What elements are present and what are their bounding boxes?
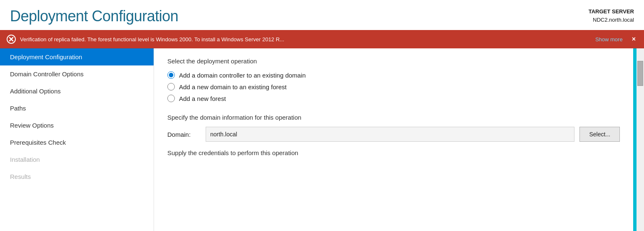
domain-input[interactable] [206,127,574,142]
radio-add-forest-label: Add a new forest [179,95,226,102]
radio-add-dc-label: Add a domain controller to an existing d… [179,72,306,79]
domain-label: Domain: [167,131,201,138]
sidebar-item-results: Results [0,168,154,185]
scrollbar-thumb[interactable] [637,61,643,86]
error-banner: Verification of replica failed. The fore… [0,30,644,48]
radio-add-forest-input[interactable] [167,95,175,102]
right-border [633,48,637,231]
page-title: Deployment Configuration [10,8,178,25]
sidebar-item-paths[interactable]: Paths [0,100,154,117]
sidebar-item-domain-controller-options[interactable]: Domain Controller Options [0,65,154,83]
select-button[interactable]: Select... [579,127,620,142]
scrollbar[interactable] [637,48,644,231]
target-server-label: TARGET SERVER [589,8,634,16]
select-operation-label: Select the deployment operation [167,58,620,65]
sidebar-item-deployment-configuration[interactable]: Deployment Configuration [0,48,154,65]
sidebar-item-prerequisites-check[interactable]: Prerequisites Check [0,134,154,151]
target-server-name: NDC2.north.local [593,17,634,23]
radio-add-domain[interactable]: Add a new domain to an existing forest [167,83,620,90]
sidebar-item-installation: Installation [0,151,154,168]
radio-add-dc-input[interactable] [167,71,175,79]
radio-add-domain-input[interactable] [167,83,175,90]
sidebar-item-review-options[interactable]: Review Options [0,117,154,134]
sidebar: Deployment ConfigurationDomain Controlle… [0,48,154,231]
error-close-button[interactable]: × [630,35,637,43]
sidebar-item-additional-options[interactable]: Additional Options [0,83,154,100]
content-area: Select the deployment operation Add a do… [154,48,633,231]
radio-add-domain-label: Add a new domain to an existing forest [179,83,287,90]
radio-add-dc[interactable]: Add a domain controller to an existing d… [167,71,620,79]
supply-label: Supply the credentials to perform this o… [167,149,620,156]
error-message: Verification of replica failed. The fore… [20,36,591,43]
main-content: Deployment ConfigurationDomain Controlle… [0,48,644,231]
domain-row: Domain: Select... [167,127,620,142]
error-icon [7,35,16,44]
specify-domain-label: Specify the domain information for this … [167,114,620,121]
radio-group: Add a domain controller to an existing d… [167,71,620,102]
radio-add-forest[interactable]: Add a new forest [167,95,620,102]
header: Deployment Configuration TARGET SERVER N… [0,0,644,30]
target-server-info: TARGET SERVER NDC2.north.local [589,8,634,24]
show-more-link[interactable]: Show more [595,36,623,43]
